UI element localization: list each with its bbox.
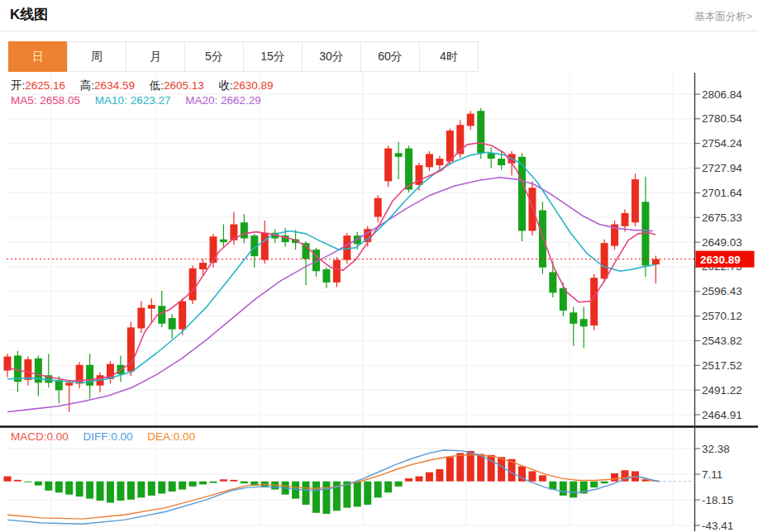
candle-up — [426, 154, 433, 167]
macd-tick-label: -43.41 — [702, 520, 733, 532]
high-label: 高: — [80, 79, 94, 92]
candle-up — [632, 179, 639, 222]
candle-up — [622, 213, 629, 226]
macd-bar-down — [107, 482, 114, 503]
macd-bar-up — [405, 478, 412, 482]
macd-bar-up — [416, 477, 423, 482]
price-tick-label: 2596.43 — [702, 285, 742, 297]
price-tick-label: 2754.24 — [702, 137, 742, 150]
price-tick-label: 2701.64 — [702, 187, 742, 199]
candle-up — [189, 268, 197, 301]
open-label: 开: — [11, 79, 25, 92]
macd-histogram — [4, 451, 660, 514]
macd-bar-up — [477, 454, 484, 482]
macd-bar-up — [220, 479, 227, 481]
price-tick-label: 2517.52 — [702, 359, 742, 372]
macd-bar-down — [148, 482, 155, 496]
candle-down — [241, 222, 248, 238]
ma5-value: 2658.05 — [40, 94, 80, 107]
candle-down — [580, 319, 588, 326]
tab-month[interactable]: 月 — [126, 41, 185, 72]
candle-up — [24, 359, 31, 380]
price-tick-label: 2491.22 — [702, 384, 742, 397]
tab-week[interactable]: 周 — [67, 41, 126, 72]
price-tick-label: 2806.84 — [702, 88, 742, 101]
ma5-label: MA5: — [11, 94, 37, 107]
price-tick-label: 2543.82 — [702, 335, 742, 347]
price-tick-label: 2780.54 — [702, 112, 742, 125]
diff-value: 0.00 — [111, 430, 132, 443]
tab-30min[interactable]: 30分 — [302, 41, 361, 72]
macd-bar-up — [446, 457, 454, 481]
macd-bar-down — [158, 482, 165, 494]
candle-up — [65, 382, 73, 385]
diff-label: DIFF: — [83, 430, 112, 443]
macd-bar-down — [86, 482, 93, 499]
macd-bar-up — [4, 477, 12, 482]
ma10-label: MA10: — [95, 94, 127, 107]
macd-bar-up — [14, 480, 21, 482]
macd-bar-down — [590, 482, 598, 487]
close-value: 2630.89 — [233, 79, 274, 92]
candle-down — [488, 153, 495, 159]
price-tick-label: 2675.33 — [702, 211, 742, 224]
tab-day[interactable]: 日 — [8, 41, 68, 72]
macd-bar-down — [199, 482, 207, 485]
candle-down — [477, 111, 484, 153]
macd-bar-down — [189, 482, 197, 487]
macd-bar-down — [354, 482, 361, 507]
macd-bar-down — [560, 482, 567, 496]
candle-up — [528, 188, 536, 230]
macd-bar-up — [539, 475, 546, 481]
macd-bar-down — [210, 482, 217, 483]
candle-up — [137, 308, 145, 329]
candle-down — [169, 318, 176, 330]
price-tick-label: 2649.03 — [702, 236, 742, 249]
candle-up — [148, 305, 155, 309]
tab-5min[interactable]: 5分 — [184, 41, 244, 72]
tab-4hour[interactable]: 4时 — [419, 41, 479, 72]
macd-bar-down — [303, 482, 310, 505]
macd-bar-down — [65, 482, 73, 495]
candle-up — [333, 260, 341, 283]
macd-bar-down — [322, 482, 330, 514]
macd-bar-up — [498, 457, 505, 481]
ohlc-readout: 开:2625.16 高:2634.59 低:2605.13 收:2630.89 — [11, 78, 274, 93]
macd-value: 0.00 — [47, 430, 69, 443]
tab-15min[interactable]: 15分 — [243, 41, 303, 72]
macd-readout: MACD:0.00 DIFF:0.00 DEA:0.00 — [11, 430, 195, 443]
dea-label: DEA: — [147, 430, 174, 443]
candle-up — [199, 263, 207, 269]
macd-bar-down — [35, 482, 42, 486]
candle-up — [384, 149, 392, 182]
macd-bar-down — [384, 482, 392, 492]
ma20-value: 2662.29 — [221, 94, 261, 107]
candle-down — [498, 159, 505, 165]
dea-value: 0.00 — [174, 430, 195, 443]
ma-readout: MA5: 2658.05 MA10: 2623.27 MA20: 2662.29 — [11, 94, 261, 107]
kline-page: K线图 基本面分析> 日 周 月 5分 15分 30分 60分 4时 开:262… — [0, 0, 758, 532]
macd-bar-down — [395, 482, 403, 487]
candle-down — [570, 312, 577, 324]
candle-up — [374, 198, 382, 217]
macd-bar-up — [456, 453, 464, 481]
low-label: 低: — [150, 79, 164, 92]
candle-up — [179, 302, 186, 330]
candle-down — [322, 269, 330, 283]
candle-up — [456, 125, 464, 154]
candle-up — [652, 259, 660, 265]
macd-bar-down — [374, 482, 382, 498]
macd-bar-up — [426, 473, 433, 482]
candle-up — [601, 243, 608, 278]
ma5-line — [7, 143, 656, 381]
candles-layer — [4, 108, 660, 412]
macd-bar-down — [601, 482, 608, 483]
macd-tick-label: 7.11 — [702, 468, 722, 481]
candle-up — [261, 233, 269, 260]
interval-tab-bar: 日 周 月 5分 15分 30分 60分 4时 — [8, 41, 479, 72]
macd-bar-down — [169, 482, 176, 492]
macd-bar-down — [312, 482, 320, 513]
current-price-badge-text: 2630.89 — [700, 254, 741, 266]
tab-60min[interactable]: 60分 — [360, 41, 420, 72]
open-value: 2625.16 — [25, 79, 65, 92]
